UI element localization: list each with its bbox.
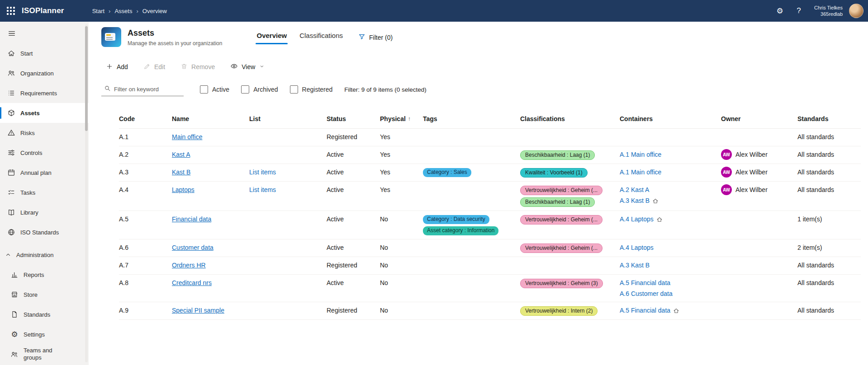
asset-name-link[interactable]: Laptops [172, 186, 194, 193]
asset-name-link[interactable]: Kast A [172, 151, 190, 158]
container-link[interactable]: A.4 Laptops [620, 243, 654, 252]
asset-name-link[interactable]: Creditcard nrs [172, 279, 212, 286]
sidebar-item-requirements[interactable]: Requirements [0, 83, 89, 103]
checkbox-box[interactable] [290, 85, 298, 94]
table-row[interactable]: A.9Special PII sampleRegisteredNoVertrou… [119, 302, 861, 320]
column-header-standards[interactable]: Standards [797, 115, 861, 122]
assets-app-icon [101, 27, 121, 47]
column-header-code[interactable]: Code [119, 115, 172, 122]
filter-button-label: Filter (0) [369, 34, 393, 41]
container-link[interactable]: A.5 Financial data [620, 279, 670, 287]
container-link[interactable]: A.5 Financial data [620, 306, 670, 315]
remove-button[interactable]: Remove [176, 59, 219, 75]
table-row[interactable]: A.5Financial dataActiveNoCategory : Data… [119, 211, 861, 239]
asset-name-link[interactable]: Kast B [172, 168, 190, 176]
sidebar-item-tasks[interactable]: Tasks [0, 182, 89, 202]
sidebar-item-assets[interactable]: Assets [0, 103, 89, 123]
sidebar-item-settings[interactable]: ⚙ Settings [0, 324, 89, 344]
sidebar-item-label: ISO Standards [20, 229, 59, 236]
sidebar-item-annual-plan[interactable]: Annual plan [0, 163, 89, 182]
container-link[interactable]: A.4 Laptops [620, 215, 654, 224]
classification-pill: Kwaliteit : Voorbeeld (1) [520, 168, 588, 178]
sort-ascending-icon: ↑ [408, 116, 411, 122]
home-icon [656, 216, 663, 223]
breadcrumb-overview[interactable]: Overview [142, 8, 167, 14]
container-link[interactable]: A.2 Kast A [620, 186, 649, 194]
archived-checkbox[interactable]: Archived [241, 85, 278, 94]
sidebar-item-standards[interactable]: Standards [0, 304, 89, 324]
checkbox-label: Active [212, 86, 229, 93]
keyword-filter-input[interactable] [114, 86, 182, 93]
checkbox-box[interactable] [241, 85, 249, 94]
column-header-physical[interactable]: Physical↑ [380, 115, 423, 122]
column-header-tags[interactable]: Tags [423, 115, 520, 122]
container-link[interactable]: A.3 Kast B [620, 261, 650, 270]
asset-name-link[interactable]: Ordners HR [172, 262, 206, 269]
sidebar-item-library[interactable]: Library [0, 202, 89, 222]
asset-name-link[interactable]: Financial data [172, 215, 211, 223]
sidebar-item-start[interactable]: Start [0, 43, 89, 63]
sidebar-scrollbar-thumb[interactable] [85, 26, 88, 131]
table-row[interactable]: A.6Customer dataActiveNoVertrouwelijkhei… [119, 239, 861, 257]
sidebar-item-store[interactable]: Store [0, 285, 89, 304]
cell-name: Creditcard nrs [172, 279, 249, 287]
page-header: Assets Manage the assets in your organiz… [101, 27, 861, 47]
sidebar-item-reports[interactable]: Reports [0, 265, 89, 285]
checkbox-label: Registered [302, 86, 333, 93]
keyword-filter-box[interactable] [101, 83, 184, 96]
tab-overview[interactable]: Overview [250, 27, 293, 45]
cell-standards: 2 item(s) [797, 243, 861, 252]
container-link[interactable]: A.6 Customer data [620, 290, 673, 298]
sidebar-item-label: Settings [24, 331, 45, 338]
column-header-name[interactable]: Name [172, 115, 249, 122]
table-row[interactable]: A.3Kast BList itemsActiveYesCategory : S… [119, 164, 861, 182]
table-row[interactable]: A.8Creditcard nrsActiveNoVertrouwelijkhe… [119, 275, 861, 302]
add-button-label: Add [117, 63, 128, 70]
column-header-classifications[interactable]: Classifications [520, 115, 620, 122]
asset-name-link[interactable]: Special PII sample [172, 307, 224, 314]
sidebar-item-controls[interactable]: Controls [0, 143, 89, 163]
sidebar-item-risks[interactable]: Risks [0, 123, 89, 143]
column-header-owner[interactable]: Owner [721, 115, 797, 122]
container-link[interactable]: A.1 Main office [620, 150, 661, 159]
add-button[interactable]: Add [101, 59, 133, 75]
sidebar-section-administration[interactable]: Administration [0, 245, 89, 265]
filter-button[interactable]: Filter (0) [354, 30, 397, 44]
sidebar-item-organization[interactable]: Organization [0, 63, 89, 83]
checkbox-box[interactable] [200, 85, 208, 94]
column-header-containers[interactable]: Containers [620, 115, 721, 122]
column-header-status[interactable]: Status [327, 115, 380, 122]
table-row[interactable]: A.1Main officeRegisteredYesAll standards [119, 129, 861, 146]
view-button[interactable]: View [226, 59, 269, 75]
sliders-icon [7, 149, 15, 157]
user-avatar[interactable] [849, 4, 863, 18]
container-item: A.3 Kast B [620, 197, 659, 205]
page-title: Assets [128, 28, 222, 38]
sidebar-item-teams-and-groups[interactable]: Teams and groups [0, 344, 89, 364]
breadcrumb-assets[interactable]: Assets [114, 8, 132, 14]
table-row[interactable]: A.4LaptopsList itemsActiveYesVertrouweli… [119, 182, 861, 211]
table-row[interactable]: A.2Kast AActiveYesBeschikbaarheid : Laag… [119, 146, 861, 164]
container-link[interactable]: A.1 Main office [620, 168, 661, 177]
owner-name: Alex Wilber [735, 186, 768, 194]
asset-name-link[interactable]: Customer data [172, 244, 213, 251]
registered-checkbox[interactable]: Registered [290, 85, 333, 94]
help-icon[interactable]: ? [791, 0, 807, 22]
hamburger-menu-icon[interactable] [0, 23, 89, 43]
table-row[interactable]: A.7Ordners HRRegisteredNoA.3 Kast BAll s… [119, 257, 861, 275]
edit-button[interactable]: Edit [139, 59, 170, 75]
breadcrumb-start[interactable]: Start [92, 8, 104, 14]
column-header-list[interactable]: List [249, 115, 327, 122]
tab-classifications[interactable]: Classifications [293, 27, 349, 45]
list-items-link[interactable]: List items [249, 168, 276, 176]
app-launcher-icon[interactable] [0, 0, 22, 22]
sidebar-item-label: Store [24, 291, 38, 298]
sidebar-item-iso-standards[interactable]: ISO Standards [0, 222, 89, 242]
active-checkbox[interactable]: Active [200, 85, 229, 94]
asset-name-link[interactable]: Main office [172, 133, 202, 140]
list-items-link[interactable]: List items [249, 186, 276, 193]
cell-physical: No [380, 215, 423, 224]
settings-gear-icon[interactable]: ⚙ [772, 0, 788, 22]
book-icon [7, 208, 15, 216]
container-link[interactable]: A.3 Kast B [620, 197, 650, 205]
